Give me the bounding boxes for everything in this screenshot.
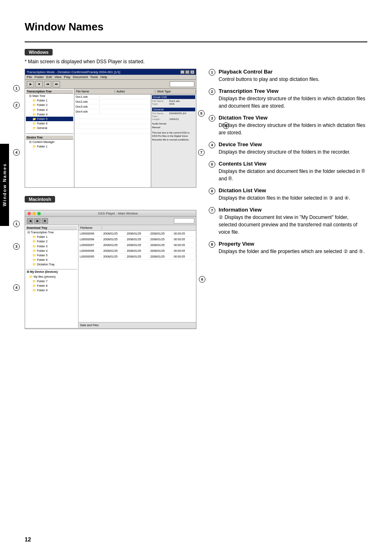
tree-item-root[interactable]: ⊟ Main Tree <box>26 94 73 98</box>
col-header-author: Author <box>115 90 156 93</box>
ann-2-windows: 2 <box>13 101 20 108</box>
mac-tf3[interactable]: 📁 Folder 3 <box>26 244 77 249</box>
mac-row-5[interactable]: L00000095 2008/01/25 2008/01/25 2008/01/… <box>78 254 196 260</box>
tree-item-general[interactable]: 📁 General <box>26 126 73 130</box>
tree-item-f6[interactable]: 📁 Folder 6 <box>26 121 73 126</box>
list-row-1[interactable]: Doc1.odx <box>74 94 151 99</box>
mac-tree-root[interactable]: ⊟ Transcription Tree <box>26 230 77 235</box>
toolbar-btn-2[interactable]: ■ <box>35 81 43 88</box>
desc-content-4: Device Tree View Displays the directory … <box>219 141 367 156</box>
mac-tb-3[interactable]: ■ <box>42 218 48 224</box>
tree-item-f5[interactable]: 📁 Folder 5 <box>26 117 73 121</box>
desc-text-1: Control buttons to play and stop dictati… <box>219 76 367 83</box>
mac-search[interactable] <box>174 218 194 223</box>
prop-label-1: File Name: <box>152 100 168 102</box>
menu-help[interactable]: Help <box>100 75 107 79</box>
mac-row-3[interactable]: L00000097 2008/01/25 2008/01/25 2008/01/… <box>78 242 196 248</box>
desc-title-4: Device Tree View <box>219 141 367 147</box>
mac-r2-c2: 2008/01/25 <box>102 238 125 241</box>
list-row-6[interactable] <box>74 119 151 124</box>
mac-zoom-btn[interactable] <box>37 212 41 215</box>
tree-item-f3[interactable]: 📁 Folder 3 <box>26 108 73 112</box>
list-row-3[interactable]: Doc3.odx <box>74 104 151 109</box>
win-second-section-header: ▶ ■ ◀ ▶ ◀▶ ◀▶ Add Notes File Name Author… <box>25 187 196 188</box>
mac-dictation-tray[interactable]: 📁 Dictation Tray <box>26 262 77 267</box>
tree-item-f4[interactable]: 📁 Folder 4 <box>26 112 73 117</box>
list-row-4[interactable]: Doc4.odx <box>74 109 151 114</box>
ann-8-windows: 8 <box>223 122 229 129</box>
mac-r2-c3: 2008/01/25 <box>125 238 149 241</box>
ann-num-6-mac: 6 <box>199 276 205 283</box>
windows-badge: Windows <box>25 49 53 55</box>
mac-device-f1[interactable]: 📁 My files (phones) <box>26 274 77 279</box>
win-search-box[interactable] <box>170 81 194 87</box>
menu-file[interactable]: File <box>27 75 32 79</box>
ann-num-5-win: 5 <box>198 110 205 117</box>
mac-tf6[interactable]: 📁 Folder 6 <box>26 258 77 262</box>
desc-item-6: 6 Dictation List View Displays the dicta… <box>209 187 367 202</box>
toolbar-btn-3[interactable]: ⏮ <box>44 81 51 88</box>
row2-col1: Doc2.odx <box>74 100 100 103</box>
device-tree-f1[interactable]: 📁 Folder 1 <box>26 144 73 149</box>
mac-tf2[interactable]: 📁 Folder 2 <box>26 239 77 244</box>
right-col: 1 Playback Control Bar Control buttons t… <box>209 69 367 337</box>
device-tree-header: Device Tree <box>26 136 73 140</box>
prop-val-1: Doc1.odx <box>169 100 180 102</box>
list-row-8[interactable] <box>74 129 151 134</box>
left-col: 1 2 4 5 7 8 <box>25 69 196 337</box>
tree-item-f1[interactable]: 📁 Folder 1 <box>26 98 73 103</box>
mac-r5-c2: 2008/01/25 <box>102 255 125 258</box>
page-title: Window Names <box>25 21 367 33</box>
description-list: 1 Playback Control Bar Control buttons t… <box>209 69 367 255</box>
mac-minimize-btn[interactable] <box>32 212 36 215</box>
property-panel: Email V/W File Name: Doc1.odx Type: DSS <box>151 94 196 187</box>
ann-5-windows: 5 <box>198 110 205 117</box>
mac-row-2[interactable]: L00000098 2008/01/25 2008/01/25 2008/01/… <box>78 237 196 242</box>
mac-row-1[interactable]: L00000099 2008/01/25 2008/01/25 2008/01/… <box>78 231 196 237</box>
mac-row-4[interactable]: L00000096 2008/01/25 2008/01/25 2008/01/… <box>78 248 196 254</box>
win-title-text: Transcription Mode - Dictation Confirmed… <box>27 70 180 74</box>
toolbar-btn-1[interactable]: ▶ <box>27 81 34 88</box>
desc-item-2: 2 Transcription Tree View Displays the d… <box>209 88 367 110</box>
desc-text-6: Displays the dictation files in the fold… <box>219 194 367 202</box>
device-tree-root[interactable]: ⊟ Content Manager <box>26 140 73 144</box>
mac-r4-c4: 2008/01/25 <box>149 249 173 252</box>
mac-r1-c1: L00000099 <box>78 232 102 235</box>
menu-view[interactable]: View <box>54 75 61 79</box>
menu-document[interactable]: Document <box>73 75 88 79</box>
desc-content-2: Transcription Tree View Displays the dir… <box>219 88 367 110</box>
win-minimize-btn[interactable]: _ <box>180 70 184 74</box>
win-maximize-btn[interactable]: □ <box>185 70 189 74</box>
mac-tf4[interactable]: 📁 Folder 4 <box>26 249 77 253</box>
list-row-2[interactable]: Doc2.odx <box>74 99 151 104</box>
menu-edit[interactable]: Edit <box>46 75 52 79</box>
desc-title-5: Contents List View <box>219 161 367 167</box>
list-row-7[interactable] <box>74 124 151 129</box>
win-toolbar: ▶ ■ ⏮ ⏭ <box>25 80 196 89</box>
desc-item-5: 5 Contents List View Displays the dictat… <box>209 161 367 182</box>
mac-tb-2[interactable]: ▶ <box>34 218 41 224</box>
mac-tf1[interactable]: 📁 Folder 1 <box>26 235 77 239</box>
mac-right-panel: FileName L00000099 2008/01/25 2008/01/2 <box>78 225 196 328</box>
mac-col-fn: FileName <box>78 226 102 229</box>
mac-device-f9[interactable]: 📁 Folder 9 <box>26 288 77 292</box>
mac-tf5[interactable]: 📁 Folder 5 <box>26 253 77 258</box>
win-content: Transcription Tree ⊟ Main Tree 📁 Folder … <box>25 89 196 187</box>
menu-folder[interactable]: Folder <box>35 75 44 79</box>
menu-tools[interactable]: Tools <box>90 75 98 79</box>
toolbar-btn-4[interactable]: ⏭ <box>53 81 60 88</box>
menu-play[interactable]: Play <box>64 75 71 79</box>
mac-titlebar: DSS Player - Main Window <box>25 210 196 217</box>
prop-title-email: Email V/W <box>152 95 195 99</box>
mac-device-root[interactable]: ⊟ My Device (Devices) <box>26 269 77 274</box>
mac-device-f8[interactable]: 📁 Folder 8 <box>26 283 77 288</box>
mac-close-btn[interactable] <box>28 212 31 215</box>
mac-tb-1[interactable]: ◀ <box>27 218 33 224</box>
tree-item-f2[interactable]: 📁 Folder 2 <box>26 103 73 107</box>
ann-num-1-mac: 1 <box>13 221 20 227</box>
list-row-5[interactable] <box>74 114 151 119</box>
mac-list-empty <box>78 260 196 322</box>
mac-screenshot-wrapper: 1 3 4 6 DSS Pla <box>25 210 196 329</box>
win-close-btn[interactable]: × <box>190 70 194 74</box>
mac-device-f7[interactable]: 📁 Folder 7 <box>26 279 77 283</box>
